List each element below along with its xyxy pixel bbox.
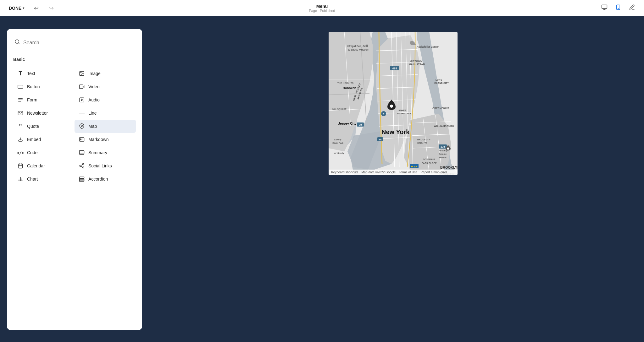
svg-point-8 — [80, 72, 81, 73]
svg-text:Botanic: Botanic — [439, 153, 447, 155]
topbar-center: Menu Page · Published — [309, 4, 335, 13]
chart-label: Chart — [27, 176, 38, 182]
svg-point-5 — [15, 40, 19, 43]
widget-newsletter[interactable]: Newsletter — [13, 106, 75, 120]
svg-text:& Space Museum: & Space Museum — [348, 48, 369, 51]
audio-label: Audio — [88, 97, 100, 102]
svg-text:Liberty: Liberty — [334, 138, 341, 141]
terms-of-use-link[interactable]: Terms of Use — [399, 171, 417, 174]
widget-line[interactable]: Line — [75, 106, 136, 120]
svg-text:HEIGHTS: HEIGHTS — [417, 142, 427, 144]
svg-rect-24 — [80, 150, 84, 154]
svg-text:ISLAND CITY: ISLAND CITY — [434, 82, 449, 84]
svg-rect-10 — [80, 85, 83, 89]
widget-accordion[interactable]: Accordion — [75, 172, 136, 186]
svg-text:LOWER: LOWER — [398, 109, 407, 111]
svg-text:GOWANUS: GOWANUS — [423, 158, 435, 160]
svg-text:78: 78 — [359, 123, 362, 126]
widget-code[interactable]: </> Code — [13, 146, 75, 159]
svg-text:THE HEIGHTS: THE HEIGHTS — [337, 82, 353, 84]
widget-markdown[interactable]: Markdown — [75, 133, 136, 146]
section-basic-label: Basic — [13, 57, 136, 62]
keyboard-shortcuts-link[interactable]: Keyboard shortcuts — [331, 171, 358, 174]
markdown-label: Markdown — [88, 137, 109, 142]
quote-icon: " — [17, 123, 24, 130]
chart-icon — [17, 176, 24, 182]
summary-icon — [78, 149, 85, 156]
calendar-icon — [17, 162, 24, 169]
svg-text:New York: New York — [381, 128, 410, 135]
widget-text[interactable]: T Text — [13, 67, 75, 80]
embed-icon — [17, 136, 24, 143]
map-widget: 495 78 9A 278 9 Intrepid Sea, Air & Spac… — [329, 32, 458, 175]
widget-chart[interactable]: Chart — [13, 172, 75, 186]
canvas-area: 495 78 9A 278 9 Intrepid Sea, Air & Spac… — [142, 29, 644, 342]
code-icon: </> — [17, 149, 24, 156]
map-icon — [78, 123, 85, 130]
edit-button[interactable] — [626, 3, 638, 14]
undo-button[interactable]: ↩ — [31, 3, 42, 14]
form-label: Form — [27, 97, 37, 102]
svg-text:PARK SLOPE: PARK SLOPE — [422, 162, 437, 164]
button-label: Button — [27, 84, 40, 89]
done-label: DONE — [9, 6, 21, 11]
text-icon: T — [17, 70, 24, 77]
widget-audio[interactable]: Audio — [75, 93, 136, 106]
main-content: Basic T Text Image Button — [0, 16, 644, 342]
audio-icon — [78, 96, 85, 103]
svg-text:9: 9 — [383, 113, 385, 116]
svg-point-31 — [80, 165, 81, 167]
svg-text:MIDTOWN: MIDTOWN — [410, 60, 422, 62]
svg-point-110 — [447, 148, 449, 150]
svg-text:of Liberty: of Liberty — [334, 152, 344, 155]
report-map-error-link[interactable]: Report a map error — [420, 171, 447, 174]
page-title: Menu — [309, 4, 335, 9]
widget-button[interactable]: Button — [13, 80, 75, 93]
desktop-icon — [601, 4, 608, 12]
widget-panel: Basic T Text Image Button — [7, 29, 142, 330]
social-links-icon — [78, 162, 85, 169]
form-icon — [17, 96, 24, 103]
widget-quote[interactable]: " Quote — [13, 120, 75, 133]
video-icon — [78, 83, 85, 90]
svg-marker-16 — [81, 99, 83, 101]
widget-image[interactable]: Image — [75, 67, 136, 80]
summary-label: Summary — [88, 150, 107, 155]
redo-button[interactable]: ↪ — [46, 3, 57, 14]
widget-calendar[interactable]: Calendar — [13, 159, 75, 172]
svg-text:Hoboken: Hoboken — [343, 86, 356, 90]
desktop-view-button[interactable] — [599, 3, 610, 14]
button-icon — [17, 83, 24, 90]
calendar-label: Calendar — [27, 163, 45, 168]
search-icon — [14, 39, 20, 46]
search-container — [13, 36, 136, 49]
widget-embed[interactable]: Embed — [13, 133, 75, 146]
svg-rect-85 — [366, 45, 368, 47]
done-button[interactable]: DONE ▾ — [6, 4, 27, 12]
newsletter-label: Newsletter — [27, 111, 48, 116]
svg-text:495: 495 — [392, 67, 397, 70]
chevron-down-icon: ▾ — [23, 6, 24, 10]
text-label: Text — [27, 71, 35, 76]
svg-text:MANHATTAN: MANHATTAN — [397, 112, 411, 115]
widget-summary[interactable]: Summary — [75, 146, 136, 159]
svg-text:Intrepid Sea, Air: Intrepid Sea, Air — [347, 45, 366, 48]
svg-rect-26 — [18, 164, 23, 168]
search-input[interactable] — [23, 40, 135, 46]
widget-form[interactable]: Form — [13, 93, 75, 106]
widget-map[interactable]: Map — [75, 120, 136, 133]
newsletter-icon — [17, 110, 24, 117]
mobile-view-button[interactable] — [613, 3, 624, 14]
svg-text:LONG: LONG — [436, 79, 442, 81]
map-attribution: Keyboard shortcuts Map data ©2022 Google… — [329, 170, 458, 175]
svg-text:NAL SQUARE: NAL SQUARE — [332, 108, 347, 111]
widget-video[interactable]: Video — [75, 80, 136, 93]
svg-text:278: 278 — [441, 145, 445, 148]
social-links-label: Social Links — [88, 163, 112, 168]
line-label: Line — [88, 111, 97, 116]
map-data-label: Map data ©2022 Google — [361, 171, 396, 174]
map-label: Map — [88, 124, 97, 129]
accordion-label: Accordion — [88, 176, 108, 182]
svg-text:Rockefeller Center: Rockefeller Center — [417, 45, 439, 48]
widget-social-links[interactable]: Social Links — [75, 159, 136, 172]
